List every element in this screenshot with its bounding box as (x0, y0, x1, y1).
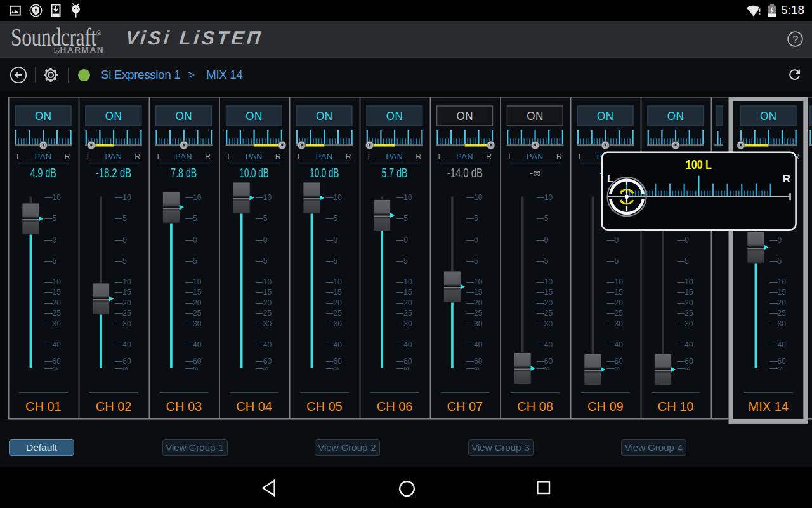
svg-text:ON: ON (176, 109, 193, 122)
svg-text:ON: ON (457, 109, 474, 122)
svg-text:ON: ON (760, 109, 777, 122)
svg-text:L: L (368, 152, 372, 161)
svg-text:-18.2 dB: -18.2 dB (96, 165, 131, 179)
svg-text:R: R (346, 152, 351, 161)
svg-text:R: R (486, 152, 492, 161)
svg-text:CH 10: CH 10 (658, 399, 694, 413)
svg-text:CH 04: CH 04 (236, 399, 272, 413)
svg-text:PAN: PAN (105, 152, 122, 161)
svg-text:R: R (205, 152, 211, 161)
svg-text:ON: ON (105, 109, 122, 122)
svg-text:R: R (275, 152, 281, 161)
svg-text:R: R (65, 152, 70, 161)
svg-text:4.9 dB: 4.9 dB (30, 165, 56, 179)
svg-text:L: L (438, 152, 443, 161)
svg-text:-∞: -∞ (530, 165, 541, 179)
svg-text:R: R (134, 152, 140, 161)
svg-text:L: L (508, 152, 513, 161)
svg-text:PAN: PAN (175, 152, 192, 161)
svg-text:CH 01: CH 01 (25, 399, 62, 413)
svg-text:L: L (579, 152, 583, 161)
svg-text:10.0 dB: 10.0 dB (310, 165, 339, 179)
svg-text:CH 07: CH 07 (447, 399, 483, 413)
svg-text:ON: ON (527, 109, 544, 122)
svg-text:CH 03: CH 03 (166, 399, 202, 413)
svg-text:PAN: PAN (316, 152, 333, 161)
svg-text:PAN: PAN (456, 152, 473, 161)
svg-text:R: R (783, 173, 790, 185)
svg-text:L: L (227, 152, 232, 161)
svg-text:CH 09: CH 09 (587, 399, 624, 413)
svg-text:MIX 14: MIX 14 (749, 399, 789, 413)
svg-text:L: L (87, 152, 91, 161)
svg-text:CH 05: CH 05 (306, 399, 343, 413)
svg-text:ON: ON (597, 109, 614, 122)
svg-text:PAN: PAN (527, 152, 544, 161)
svg-text:7.8 dB: 7.8 dB (171, 165, 197, 179)
svg-text:CH 02: CH 02 (96, 399, 132, 413)
svg-text:L: L (16, 152, 21, 161)
svg-text:PAN: PAN (246, 152, 263, 161)
svg-text:ON: ON (246, 109, 263, 122)
svg-text:PAN: PAN (35, 152, 52, 161)
svg-text:CH 06: CH 06 (377, 399, 413, 413)
svg-text:PAN: PAN (386, 152, 403, 161)
svg-text:-14.0 dB: -14.0 dB (447, 165, 483, 179)
svg-text:R: R (416, 152, 421, 161)
svg-text:L: L (298, 152, 302, 161)
svg-text:100 L: 100 L (686, 157, 712, 171)
svg-text:ON: ON (35, 109, 52, 122)
svg-text:ON: ON (667, 109, 684, 122)
svg-text:R: R (556, 152, 562, 161)
svg-text:ON: ON (386, 109, 403, 122)
svg-text:CH 08: CH 08 (517, 399, 553, 413)
svg-text:L: L (157, 152, 162, 161)
svg-text:ON: ON (316, 109, 333, 122)
svg-text:10.0 dB: 10.0 dB (240, 165, 269, 179)
svg-text:?: ? (792, 34, 798, 45)
svg-text:5.7 dB: 5.7 dB (382, 165, 408, 179)
